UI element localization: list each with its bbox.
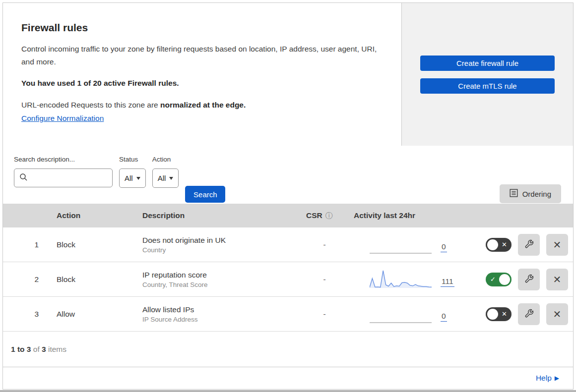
search-label: Search description... [14,156,113,163]
cta-panel: Create firewall rule Create mTLS rule [402,3,573,146]
normalization-text: URL-encoded Requests to this zone are [21,101,160,109]
activity-count-link[interactable]: 0 [441,242,447,252]
rule-priority: 3 [34,310,47,319]
activity-sparkline [370,303,432,325]
main-card: Firewall rules Control incoming traffic … [2,2,574,390]
action-select[interactable]: All [152,168,179,188]
rule-description: IP reputation score [142,271,297,280]
usage-summary: You have used 1 of 20 active Firewall ru… [21,79,380,88]
toggle-knob [487,239,498,250]
status-label: Status [119,156,146,163]
rule-criteria: Country, Threat Score [142,281,297,288]
rule-description-cell: Allow listed IPs IP Source Address [132,305,297,323]
rule-enabled-toggle[interactable]: ✕ [486,238,512,252]
rules-table: Action Description CSR ⓘ Activity last 2… [3,204,573,332]
rule-action: Block [47,275,132,284]
rule-description-cell: IP reputation score Country, Threat Scor… [132,271,297,288]
count-items: items [46,345,66,353]
delete-rule-button[interactable]: ✕ [546,303,568,325]
top-section: Firewall rules Control incoming traffic … [3,3,573,146]
rule-controls: ✕ ✕ [481,303,573,325]
search-input[interactable] [14,168,113,187]
activity-count-link[interactable]: 111 [441,277,454,287]
close-icon: ✕ [553,240,562,250]
help-label: Help [536,374,552,383]
pagination-summary: 1 to 3 of 3 items [3,332,573,367]
page-title: Firewall rules [21,22,380,34]
ordering-button-label: Ordering [522,190,551,198]
rule-priority: 2 [34,275,47,284]
rule-enabled-toggle[interactable]: ✓ [486,273,512,286]
close-icon: ✕ [553,275,562,284]
configure-normalization-link[interactable]: Configure Normalization [21,114,104,122]
edit-rule-button[interactable] [518,303,540,325]
rule-description-cell: Does not originate in UK Country [132,236,297,254]
header-activity: Activity last 24hr [352,211,481,220]
chevron-down-icon [169,177,173,180]
filter-bar: Search description... Status All Action … [3,146,573,204]
header-csr: CSR ⓘ [297,211,352,221]
wrench-icon [524,309,534,320]
header-description: Description [132,211,297,220]
create-firewall-rule-button[interactable]: Create firewall rule [420,56,555,71]
status-select-value: All [125,174,133,182]
help-link[interactable]: Help ▶ [536,374,559,383]
header-action: Action [47,211,132,220]
toggle-knob [487,309,498,320]
page-description: Control incoming traffic to your zone by… [21,43,379,68]
table-header-row: Action Description CSR ⓘ Activity last 2… [3,204,573,227]
rule-controls: ✓ ✕ [481,269,573,290]
rule-controls: ✕ ✕ [481,234,573,256]
toggle-state-icon: ✕ [502,241,507,248]
rule-priority: 1 [34,240,47,249]
rule-criteria: IP Source Address [142,316,297,323]
wrench-icon [524,274,534,285]
table-row: 1 Block Does not originate in UK Country… [3,227,573,262]
search-button[interactable]: Search [185,186,225,203]
activity-count-link[interactable]: 0 [441,312,447,322]
count-range: 1 to 3 [11,345,31,353]
count-of: of [31,345,42,353]
action-label: Action [152,156,179,163]
activity-sparkline [370,234,432,256]
rule-activity-cell: 0 [352,234,481,256]
activity-sparkline [370,269,432,290]
delete-rule-button[interactable]: ✕ [546,234,568,256]
rule-activity-cell: 111 [352,269,481,290]
delete-rule-button[interactable]: ✕ [546,269,568,290]
chevron-down-icon [136,177,140,180]
toggle-state-icon: ✕ [502,310,507,318]
table-row: 3 Allow Allow listed IPs IP Source Addre… [3,297,573,332]
rule-csr-value: - [297,275,352,284]
arrow-right-icon: ▶ [555,375,559,382]
rule-activity-cell: 0 [352,303,481,325]
status-select[interactable]: All [119,168,146,188]
edit-rule-button[interactable] [518,269,540,290]
normalization-note: URL-encoded Requests to this zone are no… [21,101,380,110]
count-total: 3 [42,345,46,353]
rule-csr-value: - [297,310,352,319]
rule-action: Block [47,240,132,249]
rule-enabled-toggle[interactable]: ✕ [486,307,512,321]
firewall-rules-page: Firewall rules Control incoming traffic … [0,0,576,392]
ordering-button[interactable]: Ordering [500,184,561,203]
search-icon [19,173,28,183]
toggle-knob [499,274,510,285]
status-filter-group: Status All [119,156,146,188]
close-icon: ✕ [553,309,562,319]
header-csr-label: CSR [306,211,322,220]
rule-criteria: Country [142,246,297,254]
action-select-value: All [158,174,166,182]
list-document-icon [510,189,518,199]
rule-action: Allow [47,310,132,319]
rule-description: Does not originate in UK [142,236,297,245]
toggle-state-icon: ✓ [490,276,496,283]
table-row: 2 Block IP reputation score Country, Thr… [3,262,573,297]
create-mtls-rule-button[interactable]: Create mTLS rule [420,78,555,94]
info-icon[interactable]: ⓘ [325,211,333,221]
help-bar: Help ▶ [3,367,573,389]
search-group: Search description... [14,156,113,187]
normalization-bold: normalized at the edge. [160,101,246,109]
edit-rule-button[interactable] [518,234,540,256]
wrench-icon [524,239,534,250]
